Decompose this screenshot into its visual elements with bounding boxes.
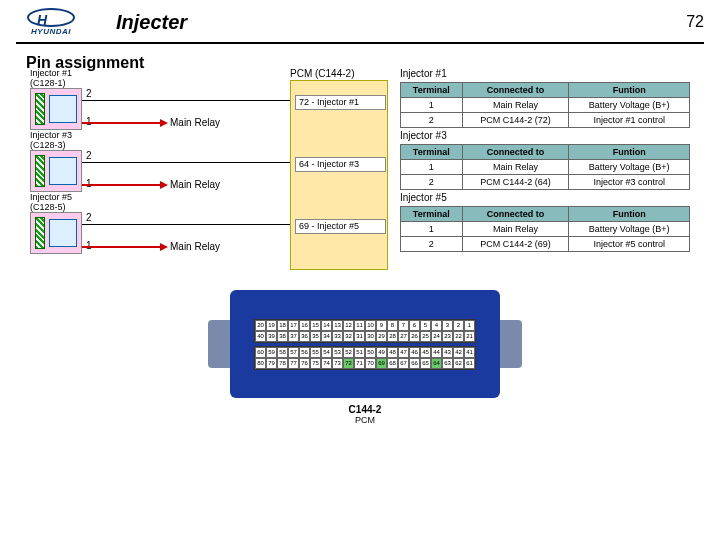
connector-pin-59: 59: [266, 347, 277, 358]
injector-box: [30, 212, 82, 254]
pin2-label: 2: [86, 88, 92, 99]
connector-pin-22: 22: [453, 331, 464, 342]
connector-pin-63: 63: [442, 358, 453, 369]
connector-pin-5: 5: [420, 320, 431, 331]
connector-pin-68: 68: [387, 358, 398, 369]
inj-inner-box: [49, 95, 77, 123]
main-relay-label: Main Relay: [170, 179, 220, 190]
pcm-pin-64: 64 - Injector #3: [295, 157, 386, 172]
connector-pin-1: 1: [464, 320, 475, 331]
connector-pin-50: 50: [365, 347, 376, 358]
subtitle: Pin assignment: [26, 54, 720, 72]
table-cell: Battery Voltage (B+): [569, 160, 690, 175]
table-cell: PCM C144-2 (69): [462, 237, 569, 252]
table-header: Connected to: [462, 207, 569, 222]
connector-pin-36: 36: [299, 331, 310, 342]
connector-pin-58: 58: [277, 347, 288, 358]
connector-pin-48: 48: [387, 347, 398, 358]
connector-pin-24: 24: [431, 331, 442, 342]
table-title: Injector #3: [400, 130, 447, 141]
inj-label: Injector #1(C128-1): [30, 68, 72, 88]
connector-pin-65: 65: [420, 358, 431, 369]
connector-pin-39: 39: [266, 331, 277, 342]
connector-grid-block: 6059585756555453525150494847464544434241…: [254, 346, 476, 370]
pcm-pin-69: 69 - Injector #5: [295, 219, 386, 234]
connector-label: C144-2: [230, 404, 500, 415]
table-cell: Injector #5 control: [569, 237, 690, 252]
pin-table: TerminalConnected toFuntion1Main RelayBa…: [400, 144, 690, 190]
table-header: Funtion: [569, 83, 690, 98]
connector-pin-54: 54: [321, 347, 332, 358]
inj-inner-box: [49, 219, 77, 247]
inj-fuzz: [35, 93, 45, 125]
connector-c144-2: 2019181716151413121110987654321403938373…: [230, 290, 500, 398]
connector-pin-75: 75: [310, 358, 321, 369]
connector-pin-31: 31: [354, 331, 365, 342]
table-header: Connected to: [462, 145, 569, 160]
connector-pin-40: 40: [255, 331, 266, 342]
connector-pin-34: 34: [321, 331, 332, 342]
connector-pin-55: 55: [310, 347, 321, 358]
connector-pin-8: 8: [387, 320, 398, 331]
connector-pin-53: 53: [332, 347, 343, 358]
table-cell: Battery Voltage (B+): [569, 222, 690, 237]
connector-pin-62: 62: [453, 358, 464, 369]
pcm-block: 72 - Injector #1 64 - Injector #3 69 - I…: [290, 80, 388, 270]
connector-pin-13: 13: [332, 320, 343, 331]
table-cell: 2: [401, 237, 463, 252]
inj-label: Injector #3(C128-3): [30, 130, 72, 150]
header: H HYUNDAI Injecter 72: [0, 0, 720, 40]
connector-pin-32: 32: [343, 331, 354, 342]
table-cell: PCM C144-2 (72): [462, 113, 569, 128]
connector-pin-35: 35: [310, 331, 321, 342]
connector-pin-77: 77: [288, 358, 299, 369]
connector-pin-14: 14: [321, 320, 332, 331]
connector-pin-37: 37: [288, 331, 299, 342]
divider: [16, 42, 704, 44]
connector-pin-23: 23: [442, 331, 453, 342]
connector-grids: 2019181716151413121110987654321403938373…: [251, 316, 479, 373]
connector-pin-9: 9: [376, 320, 387, 331]
connector-pin-66: 66: [409, 358, 420, 369]
connector-pin-78: 78: [277, 358, 288, 369]
connector-pin-51: 51: [354, 347, 365, 358]
connector-pin-10: 10: [365, 320, 376, 331]
pcm-pin-72: 72 - Injector #1: [295, 95, 386, 110]
connector-pin-73: 73: [332, 358, 343, 369]
connector-pin-80: 80: [255, 358, 266, 369]
table-cell: 2: [401, 113, 463, 128]
connector-pin-38: 38: [277, 331, 288, 342]
connector-pin-19: 19: [266, 320, 277, 331]
table-cell: Main Relay: [462, 160, 569, 175]
wire-signal: [82, 100, 290, 101]
inj-inner-box: [49, 157, 77, 185]
wire-power: [82, 246, 162, 248]
connector-pin-52: 52: [343, 347, 354, 358]
connector-pin-61: 61: [464, 358, 475, 369]
connector-pin-21: 21: [464, 331, 475, 342]
connector-pin-74: 74: [321, 358, 332, 369]
pin2-label: 2: [86, 212, 92, 223]
connector-pin-71: 71: [354, 358, 365, 369]
connector-pin-44: 44: [431, 347, 442, 358]
table-cell: Injector #3 control: [569, 175, 690, 190]
connector-pin-46: 46: [409, 347, 420, 358]
injector-box: [30, 88, 82, 130]
connector-pin-45: 45: [420, 347, 431, 358]
table-cell: 1: [401, 160, 463, 175]
wire-signal: [82, 162, 290, 163]
connector-pin-18: 18: [277, 320, 288, 331]
connector-pin-15: 15: [310, 320, 321, 331]
pin-table: TerminalConnected toFuntion1Main RelayBa…: [400, 82, 690, 128]
injector-box: [30, 150, 82, 192]
table-cell: 1: [401, 98, 463, 113]
page-title: Injecter: [116, 11, 187, 34]
connector-side-right: [500, 320, 522, 368]
table-cell: Main Relay: [462, 98, 569, 113]
connector-side-left: [208, 320, 230, 368]
inj-fuzz: [35, 155, 45, 187]
wire-signal: [82, 224, 290, 225]
connector-pin-4: 4: [431, 320, 442, 331]
inj-fuzz: [35, 217, 45, 249]
connector-wrap: 2019181716151413121110987654321403938373…: [230, 290, 500, 425]
